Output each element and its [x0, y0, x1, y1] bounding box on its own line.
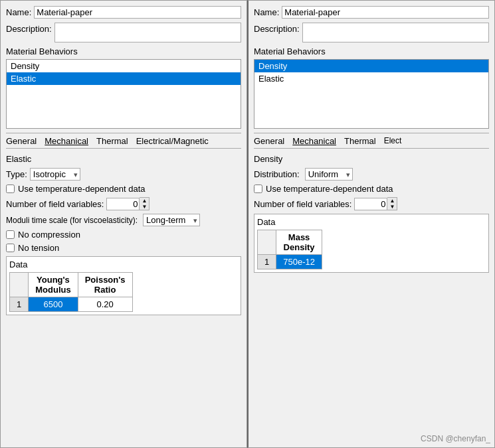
table-row: 1 750e-12	[258, 255, 322, 269]
left-fieldvars-row: Number of field variables: ▲ ▼	[6, 197, 241, 210]
left-no-tension-label: No tension	[18, 243, 59, 253]
left-fieldvars-down[interactable]: ▼	[140, 204, 149, 210]
left-fieldvars-spinners: ▲ ▼	[140, 197, 149, 210]
right-name-label: Name:	[254, 6, 279, 17]
right-dist-select-wrapper[interactable]: Uniform	[305, 168, 353, 181]
left-name-row: Name:	[6, 6, 241, 19]
left-behavior-elastic[interactable]: Elastic	[7, 72, 241, 85]
right-behavior-elastic[interactable]: Elastic	[254, 72, 488, 85]
right-data-label: Data	[257, 217, 486, 227]
right-tab-bar: General Mechanical Thermal Elect	[254, 133, 489, 149]
left-panel: Name: Description: Material Behaviors De…	[0, 0, 247, 448]
right-temp-checkbox-row: Use temperature-dependent data	[254, 184, 489, 194]
right-data-section: Data MassDensity 1 750e-12	[254, 214, 489, 273]
left-row1-youngs[interactable]: 6500	[29, 297, 78, 312]
right-col-num-header	[258, 230, 276, 255]
left-desc-row: Description:	[6, 23, 241, 42]
left-no-tension-checkbox[interactable]	[6, 244, 15, 252]
right-desc-label: Description:	[254, 23, 300, 34]
right-tab-general[interactable]: General	[254, 136, 284, 147]
left-data-section: Data Young'sModulus Poisson'sRatio 1 650…	[6, 256, 241, 315]
right-behaviors-list: Density Elastic	[254, 59, 489, 129]
left-name-input[interactable]	[34, 6, 241, 19]
left-col-youngs-header: Young'sModulus	[29, 273, 78, 297]
left-moduli-select-wrapper[interactable]: Long-term	[143, 214, 200, 226]
left-moduli-row: Moduli time scale (for viscoelasticity):…	[6, 214, 241, 226]
right-col-density-header: MassDensity	[276, 230, 322, 255]
right-behavior-density[interactable]: Density	[254, 60, 488, 72]
right-row1-num: 1	[258, 255, 276, 269]
right-fieldvars-spinners: ▲ ▼	[387, 197, 397, 210]
left-no-compression-label: No compression	[18, 230, 80, 240]
right-dist-label: Distribution:	[254, 169, 300, 179]
left-behaviors-list: Density Elastic	[6, 59, 241, 129]
left-tab-bar: General Mechanical Thermal Electrical/Ma…	[6, 133, 241, 149]
right-tab-mechanical[interactable]: Mechanical	[292, 136, 336, 147]
left-fieldvars-label: Number of field variables:	[6, 199, 104, 209]
right-fieldvars-label: Number of field variables:	[254, 199, 351, 209]
left-desc-input[interactable]	[54, 23, 241, 42]
left-data-table: Young'sModulus Poisson'sRatio 1 6500 0.2…	[9, 272, 133, 312]
left-data-label: Data	[9, 260, 238, 269]
left-behaviors-title: Material Behaviors	[6, 46, 241, 56]
left-temp-checkbox-row: Use temperature-dependent data	[6, 184, 241, 194]
left-row1-poisson[interactable]: 0.20	[78, 297, 132, 312]
right-dist-row: Distribution: Uniform	[254, 168, 489, 181]
left-col-num-header	[10, 273, 29, 297]
right-temp-checkbox[interactable]	[254, 185, 262, 193]
left-subsection-title: Elastic	[6, 154, 241, 164]
left-tab-mechanical[interactable]: Mechanical	[45, 136, 88, 147]
left-fieldvars-wrapper: ▲ ▼	[106, 197, 149, 210]
left-type-label: Type:	[6, 169, 27, 179]
left-type-select[interactable]: Isotropic	[30, 168, 80, 181]
right-dist-select[interactable]: Uniform	[305, 168, 353, 181]
right-temp-label: Use temperature-dependent data	[266, 184, 393, 194]
left-moduli-label: Moduli time scale (for viscoelasticity):	[6, 216, 138, 225]
right-name-row: Name:	[254, 6, 489, 19]
left-temp-label: Use temperature-dependent data	[18, 184, 146, 194]
left-fieldvars-up[interactable]: ▲	[140, 198, 149, 204]
watermark: CSDN @chenyfan_	[421, 434, 490, 443]
right-behaviors-title: Material Behaviors	[254, 46, 489, 56]
left-tab-thermal[interactable]: Thermal	[96, 136, 128, 147]
left-temp-checkbox[interactable]	[6, 185, 15, 193]
left-moduli-select[interactable]: Long-term	[143, 214, 200, 226]
left-col-poisson-header: Poisson'sRatio	[78, 273, 132, 297]
right-name-input[interactable]	[282, 6, 489, 19]
right-desc-row: Description:	[254, 23, 489, 42]
right-fieldvars-down[interactable]: ▼	[387, 204, 397, 210]
left-row1-num: 1	[10, 297, 29, 312]
right-subsection-title: Density	[254, 154, 489, 164]
right-fieldvars-wrapper: ▲ ▼	[354, 197, 397, 210]
left-fieldvars-input[interactable]	[106, 198, 140, 210]
right-fieldvars-up[interactable]: ▲	[387, 198, 397, 204]
right-fieldvars-row: Number of field variables: ▲ ▼	[254, 197, 489, 210]
right-row1-density[interactable]: 750e-12	[276, 255, 322, 269]
right-fieldvars-input[interactable]	[354, 198, 387, 210]
left-tab-electrical[interactable]: Electrical/Magnetic	[136, 136, 209, 147]
right-tab-electrical[interactable]: Elect	[384, 136, 402, 147]
right-data-table: MassDensity 1 750e-12	[257, 230, 322, 269]
left-no-tension-row: No tension	[6, 243, 241, 253]
left-desc-label: Description:	[6, 23, 52, 34]
right-desc-input[interactable]	[302, 23, 489, 42]
right-panel: Name: Description: Material Behaviors De…	[247, 0, 495, 448]
left-name-label: Name:	[6, 6, 31, 17]
left-type-select-wrapper[interactable]: Isotropic	[30, 168, 80, 181]
left-type-row: Type: Isotropic	[6, 168, 241, 181]
left-no-compression-row: No compression	[6, 230, 241, 240]
left-no-compression-checkbox[interactable]	[6, 230, 15, 239]
left-behavior-density[interactable]: Density	[7, 60, 241, 72]
left-tab-general[interactable]: General	[6, 136, 37, 147]
table-row: 1 6500 0.20	[10, 297, 133, 312]
right-tab-thermal[interactable]: Thermal	[344, 136, 376, 147]
